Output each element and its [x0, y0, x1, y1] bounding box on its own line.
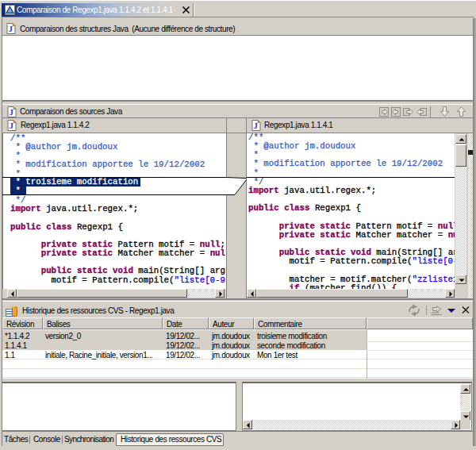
- svg-text:J: J: [253, 121, 258, 130]
- svg-text:J: J: [8, 24, 13, 33]
- svg-text:J: J: [9, 121, 13, 130]
- svg-text:J: J: [9, 107, 13, 117]
